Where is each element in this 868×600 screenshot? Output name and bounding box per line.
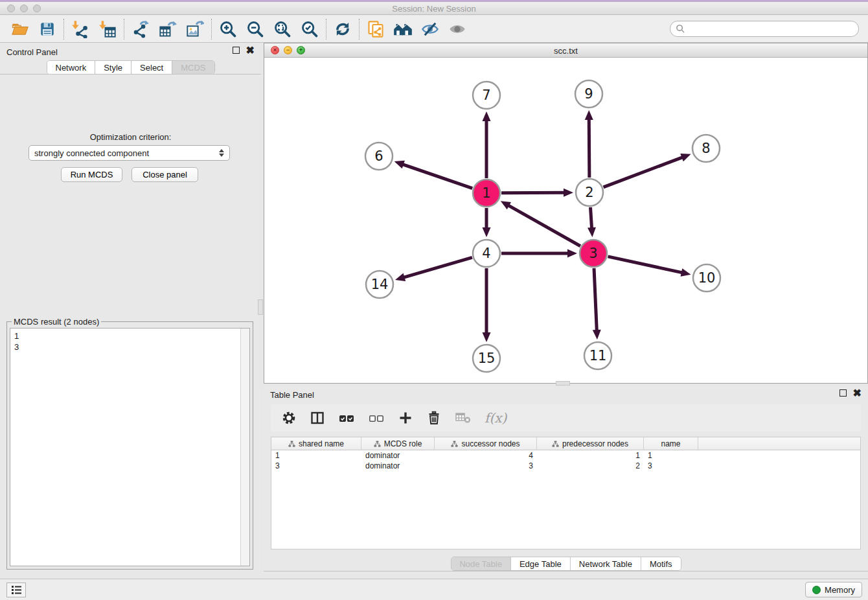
node-8[interactable]: 8 xyxy=(692,135,720,162)
export-network-icon[interactable] xyxy=(127,18,154,40)
column-type-icon xyxy=(288,441,295,448)
cell-predecessor-nodes[interactable]: 1 xyxy=(537,450,644,461)
cell-mcds-role[interactable]: dominator xyxy=(361,450,435,461)
node-2[interactable]: 2 xyxy=(576,179,603,206)
node-3[interactable]: 3 xyxy=(580,240,607,267)
float-panel-icon[interactable] xyxy=(233,47,240,54)
network-window-titlebar[interactable]: × − + scc.txt xyxy=(264,43,867,58)
table-row[interactable]: 3 dominator 3 2 3 xyxy=(271,461,860,471)
edge-1-7[interactable] xyxy=(483,111,491,178)
svg-text:11: 11 xyxy=(589,348,607,363)
cell-mcds-role[interactable]: dominator xyxy=(361,461,435,471)
edge-1-6[interactable] xyxy=(394,161,473,189)
apply-function-icon[interactable]: f(x) xyxy=(485,410,507,426)
control-panel-tabbar: Network Style Select MCDS xyxy=(0,60,261,75)
tab-mcds[interactable]: MCDS xyxy=(172,61,214,74)
delete-columns-icon[interactable] xyxy=(426,410,442,426)
edge-2-8[interactable] xyxy=(604,154,691,187)
svg-text:15: 15 xyxy=(478,351,496,366)
task-history-button[interactable] xyxy=(6,583,26,597)
mcds-result-list[interactable]: 1 3 xyxy=(10,328,250,566)
unselect-all-columns-icon[interactable] xyxy=(368,410,385,426)
edge-3-10[interactable] xyxy=(608,257,691,277)
horizontal-splitter-handle[interactable] xyxy=(556,381,570,386)
node-6[interactable]: 6 xyxy=(365,143,393,170)
open-session-icon[interactable] xyxy=(6,18,34,40)
edge-2-9[interactable] xyxy=(585,110,593,178)
network-from-selection-icon[interactable] xyxy=(362,18,389,40)
import-table-icon[interactable] xyxy=(94,18,121,40)
add-column-icon[interactable] xyxy=(398,410,413,426)
edge-4-3[interactable] xyxy=(501,249,577,258)
select-all-columns-icon[interactable] xyxy=(338,410,355,426)
first-neighbors-icon[interactable] xyxy=(389,18,417,40)
optimization-criterion-select[interactable]: strongly connected component xyxy=(29,145,230,161)
search-input[interactable] xyxy=(685,24,853,34)
column-header-successor-nodes[interactable]: successor nodes xyxy=(435,437,537,450)
import-network-icon[interactable] xyxy=(67,18,94,40)
node-7[interactable]: 7 xyxy=(473,82,500,109)
tab-node-table[interactable]: Node Table xyxy=(451,557,511,570)
delete-table-icon[interactable] xyxy=(455,411,472,425)
node-11[interactable]: 11 xyxy=(584,342,611,369)
zoom-fit-icon[interactable] xyxy=(269,18,296,40)
node-4[interactable]: 4 xyxy=(473,240,500,267)
cell-shared-name[interactable]: 1 xyxy=(271,450,361,461)
close-table-panel-icon[interactable]: ✖ xyxy=(853,389,862,397)
tab-network[interactable]: Network xyxy=(47,61,95,74)
zoom-selected-icon[interactable] xyxy=(296,18,323,40)
export-image-icon[interactable] xyxy=(181,18,209,40)
cell-shared-name[interactable]: 3 xyxy=(271,461,361,471)
show-all-icon[interactable] xyxy=(444,18,471,40)
run-mcds-button[interactable]: Run MCDS xyxy=(61,167,122,182)
tab-network-table[interactable]: Network Table xyxy=(571,557,641,570)
save-session-icon[interactable] xyxy=(34,18,61,40)
edge-4-14[interactable] xyxy=(395,257,472,281)
cell-predecessor-nodes[interactable]: 2 xyxy=(537,461,644,471)
cell-name[interactable]: 3 xyxy=(644,461,698,471)
edge-3-1[interactable] xyxy=(501,201,580,246)
node-14[interactable]: 14 xyxy=(366,271,393,298)
node-table[interactable]: shared name MCDS role successor nodes pr… xyxy=(271,437,861,549)
float-table-panel-icon[interactable] xyxy=(839,389,847,397)
cell-name[interactable]: 1 xyxy=(644,450,698,461)
cell-successor-nodes[interactable]: 4 xyxy=(435,450,537,461)
mcds-result-group: MCDS result (2 nodes) 1 3 xyxy=(6,321,253,570)
result-scrollbar[interactable] xyxy=(240,329,249,566)
node-1[interactable]: 1 xyxy=(473,179,500,207)
tab-select[interactable]: Select xyxy=(131,61,172,74)
tab-edge-table[interactable]: Edge Table xyxy=(511,557,571,570)
network-canvas[interactable]: 7968124314101511 xyxy=(264,58,867,383)
close-panel-icon[interactable]: ✖ xyxy=(246,47,255,54)
edge-2-3[interactable] xyxy=(588,207,596,237)
cell-successor-nodes[interactable]: 3 xyxy=(435,461,537,471)
node-15[interactable]: 15 xyxy=(473,345,500,372)
memory-button[interactable]: Memory xyxy=(805,582,862,597)
mcds-result-title: MCDS result (2 nodes) xyxy=(12,317,101,327)
tab-motifs[interactable]: Motifs xyxy=(641,557,681,570)
search-box[interactable] xyxy=(670,21,859,37)
hide-selection-icon[interactable] xyxy=(417,18,444,40)
result-line: 1 xyxy=(14,330,246,341)
zoom-in-icon[interactable] xyxy=(214,18,242,40)
edge-1-4[interactable] xyxy=(483,208,491,237)
table-options-gear-icon[interactable] xyxy=(281,410,297,426)
table-row[interactable]: 1 dominator 4 1 1 xyxy=(271,450,860,461)
node-10[interactable]: 10 xyxy=(693,264,720,292)
column-header-shared-name[interactable]: shared name xyxy=(271,437,361,450)
tab-style[interactable]: Style xyxy=(95,61,131,74)
node-9[interactable]: 9 xyxy=(575,80,602,108)
vertical-splitter-handle[interactable] xyxy=(258,299,263,315)
column-header-predecessor-nodes[interactable]: predecessor nodes xyxy=(537,437,644,450)
column-header-mcds-role[interactable]: MCDS role xyxy=(361,437,435,450)
zoom-out-icon[interactable] xyxy=(242,18,269,40)
column-header-name[interactable]: name xyxy=(644,437,698,450)
close-panel-button[interactable]: Close panel xyxy=(131,167,198,182)
export-table-icon[interactable] xyxy=(154,18,181,40)
edge-4-15[interactable] xyxy=(483,268,491,342)
edge-1-2[interactable] xyxy=(501,189,573,197)
show-column-panel-icon[interactable] xyxy=(310,410,325,426)
svg-text:7: 7 xyxy=(482,87,490,103)
edge-3-11[interactable] xyxy=(593,268,601,340)
apply-layout-icon[interactable] xyxy=(329,18,356,40)
